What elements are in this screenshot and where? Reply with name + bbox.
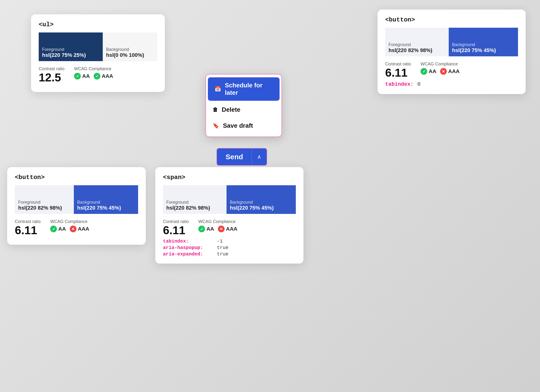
span-card: <span> Foreground hsl(220 82% 98%) Backg… [155, 167, 303, 264]
ul-background-swatch: Background hsl(0 0% 100%) [103, 32, 157, 61]
span-fg-label: Foreground [166, 200, 223, 205]
button-bottom-stats: Contrast ratio 6.11 WCAG Compliance ✓ AA… [15, 219, 138, 236]
btn-top-contrast-value: 6.11 [385, 67, 411, 79]
ul-aa-label: AA [82, 73, 90, 79]
ul-fg-label: Foreground [42, 47, 99, 52]
span-aria-expanded-row: aria-expanded: true [163, 251, 296, 257]
button-top-tabindex-row: tabindex: 0 [385, 81, 518, 87]
btn-top-aaa-icon: ✕ [440, 68, 447, 75]
btn-bot-fg-value: hsl(220 82% 98%) [18, 205, 70, 211]
span-fg-value: hsl(220 82% 98%) [166, 205, 223, 211]
button-bottom-contrast-group: Contrast ratio 6.11 [15, 219, 41, 236]
btn-bot-bg-value: hsl(220 75% 45%) [77, 205, 135, 211]
dropdown-menu[interactable]: 📅 Schedule for later 🗑 Delete 🔖 Save dra… [205, 74, 282, 137]
btn-top-aa-icon: ✓ [421, 68, 427, 75]
btn-top-fg-label: Foreground [389, 42, 445, 47]
ul-aaa-label: AAA [102, 73, 113, 79]
dropdown-delete-item[interactable]: 🗑 Delete [206, 102, 281, 118]
ul-wcag-group: WCAG Compliance ✓ AA ✓ AAA [74, 66, 113, 79]
btn-bot-aaa-badge: ✕ AAA [70, 226, 89, 232]
schedule-label: Schedule for later [225, 82, 273, 96]
span-aa-icon: ✓ [198, 226, 205, 232]
btn-bot-contrast-label: Contrast ratio [15, 219, 41, 224]
btn-bot-contrast-value: 6.11 [15, 225, 41, 236]
span-contrast-label: Contrast ratio [163, 219, 189, 224]
span-stats: Contrast ratio 6.11 WCAG Compliance ✓ AA… [163, 219, 296, 236]
span-aria-rows: tabindex: -1 aria-haspopup: true aria-ex… [163, 238, 296, 257]
btn-bot-wcag-label: WCAG Compliance [50, 219, 89, 224]
span-tabindex-row: tabindex: -1 [163, 238, 296, 244]
chevron-up-icon: ∧ [257, 154, 261, 160]
button-top-stats: Contrast ratio 6.11 WCAG Compliance ✓ AA… [385, 62, 518, 79]
ul-contrast-value: 12.5 [39, 72, 65, 83]
button-top-card: <button> Foreground hsl(220 82% 98%) Bac… [378, 10, 526, 94]
btn-top-wcag-label: WCAG Compliance [421, 62, 459, 67]
btn-top-bg-label: Background [452, 42, 515, 47]
ul-aaa-icon: ✓ [94, 73, 100, 79]
span-card-tag: <span> [163, 174, 296, 181]
button-bottom-card: <button> Foreground hsl(220 82% 98%) Bac… [7, 167, 146, 245]
btn-top-wcag-badges: ✓ AA ✕ AAA [421, 68, 459, 75]
span-background-swatch: Background hsl(220 75% 45%) [227, 185, 296, 214]
ul-aa-badge: ✓ AA [74, 73, 90, 79]
btn-top-bg-value: hsl(220 75% 45%) [452, 47, 515, 53]
ul-bg-label: Background [106, 47, 154, 52]
span-foreground-swatch: Foreground hsl(220 82% 98%) [163, 185, 227, 214]
span-wcag-label: WCAG Compliance [198, 219, 237, 224]
span-aria-expanded-val: true [217, 251, 228, 257]
ul-contrast-label: Contrast ratio [39, 66, 65, 71]
span-aria-haspopup-key: aria-haspopup: [163, 245, 213, 250]
trash-icon: 🗑 [213, 107, 218, 113]
ul-bg-value: hsl(0 0% 100%) [106, 52, 154, 58]
button-bottom-foreground-swatch: Foreground hsl(220 82% 98%) [15, 185, 74, 214]
span-wcag-group: WCAG Compliance ✓ AA ✕ AAA [198, 219, 237, 232]
btn-bot-aa-icon: ✓ [50, 226, 57, 232]
ul-color-swatches: Foreground hsl(220 75% 25%) Background h… [39, 32, 157, 61]
btn-top-contrast-label: Contrast ratio [385, 62, 411, 67]
ul-fg-value: hsl(220 75% 25%) [42, 52, 99, 58]
button-bottom-background-swatch: Background hsl(220 75% 45%) [74, 185, 138, 214]
ul-card: <ul> Foreground hsl(220 75% 25%) Backgro… [31, 14, 165, 92]
btn-bot-bg-label: Background [77, 200, 135, 205]
span-tabindex-val: -1 [217, 238, 223, 244]
save-draft-label: Save draft [223, 122, 253, 129]
span-contrast-value: 6.11 [163, 225, 189, 236]
btn-bot-fg-label: Foreground [18, 200, 70, 205]
btn-bot-aa-badge: ✓ AA [50, 226, 66, 232]
span-color-swatches: Foreground hsl(220 82% 98%) Background h… [163, 185, 296, 214]
btn-bot-wcag-badges: ✓ AA ✕ AAA [50, 226, 89, 232]
span-aaa-icon: ✕ [218, 226, 225, 232]
btn-top-fg-value: hsl(220 82% 98%) [389, 47, 445, 53]
btn-top-aa-label: AA [429, 68, 436, 74]
btn-bot-aaa-label: AAA [78, 226, 89, 232]
btn-top-aa-badge: ✓ AA [421, 68, 436, 75]
span-bg-value: hsl(220 75% 45%) [230, 205, 292, 211]
span-aria-haspopup-val: true [217, 245, 228, 250]
send-button-group[interactable]: Send ∧ [216, 148, 267, 166]
dropdown-save-draft-item[interactable]: 🔖 Save draft [206, 118, 281, 134]
ul-aaa-badge: ✓ AAA [94, 73, 113, 79]
span-aaa-label: AAA [226, 226, 238, 232]
span-contrast-group: Contrast ratio 6.11 [163, 219, 189, 236]
button-top-contrast-group: Contrast ratio 6.11 [385, 62, 411, 79]
ul-stats: Contrast ratio 12.5 WCAG Compliance ✓ AA… [39, 66, 157, 83]
btn-top-aaa-label: AAA [448, 68, 460, 74]
button-top-color-swatches: Foreground hsl(220 82% 98%) Background h… [385, 28, 518, 56]
ul-wcag-label: WCAG Compliance [74, 66, 113, 71]
bookmark-icon: 🔖 [213, 123, 219, 129]
span-wcag-badges: ✓ AA ✕ AAA [198, 226, 237, 232]
send-chevron-button[interactable]: ∧ [252, 148, 267, 165]
btn-top-aaa-badge: ✕ AAA [440, 68, 460, 75]
button-top-card-tag: <button> [385, 16, 518, 23]
ul-card-tag: <ul> [39, 21, 157, 28]
btn-top-tabindex-val: 0 [417, 81, 421, 87]
span-aria-haspopup-row: aria-haspopup: true [163, 245, 296, 250]
span-aa-label: AA [206, 226, 214, 232]
calendar-icon: 📅 [215, 86, 221, 92]
ul-wcag-badges: ✓ AA ✓ AAA [74, 73, 113, 79]
dropdown-schedule-item[interactable]: 📅 Schedule for later [208, 77, 280, 101]
span-bg-label: Background [230, 200, 292, 205]
btn-top-tabindex-key: tabindex: [385, 81, 414, 87]
send-button[interactable]: Send [217, 148, 252, 165]
button-bottom-color-swatches: Foreground hsl(220 82% 98%) Background h… [15, 185, 138, 214]
